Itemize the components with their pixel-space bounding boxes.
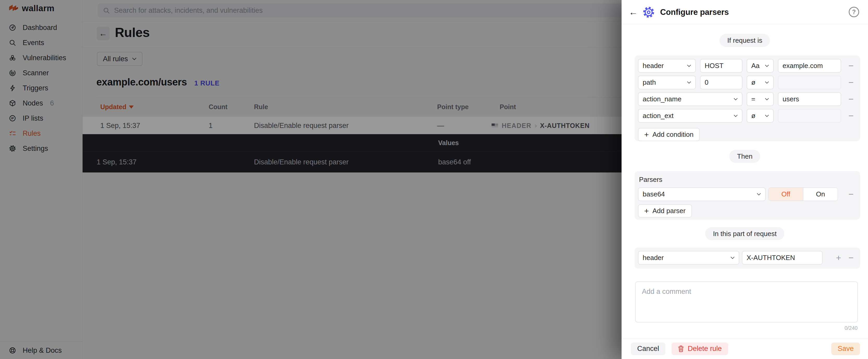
chevron-down-icon (765, 115, 769, 117)
panel-footer: Cancel Delete rule Save (622, 338, 868, 359)
condition-row: action_ext ø − (638, 109, 857, 123)
condition-operator-dropdown[interactable]: Aa (747, 59, 774, 73)
help-icon[interactable]: ? (849, 7, 859, 17)
parsers-label: Parsers (639, 176, 857, 184)
modal-dim-overlay[interactable] (0, 0, 622, 359)
request-part-row: header + − (638, 251, 857, 265)
trash-icon (678, 346, 684, 352)
section-label-then: Then (729, 150, 760, 163)
remove-condition-icon[interactable]: − (845, 109, 857, 123)
chevron-down-icon (757, 193, 761, 196)
parser-dropdown[interactable]: base64 (638, 187, 766, 201)
delete-rule-button[interactable]: Delete rule (672, 342, 728, 355)
cancel-button[interactable]: Cancel (631, 342, 665, 355)
condition-value-input-disabled (778, 109, 841, 123)
condition-field-dropdown[interactable]: action_ext (638, 109, 742, 123)
back-arrow-icon: ← (629, 7, 638, 17)
chevron-down-icon (687, 81, 691, 84)
condition-operator-dropdown[interactable]: ø (747, 76, 774, 89)
plus-icon: + (644, 207, 649, 215)
remove-parser-icon[interactable]: − (845, 187, 857, 201)
condition-value-input-disabled (778, 76, 841, 89)
condition-row: action_name = − (638, 92, 857, 106)
condition-value-input[interactable] (778, 59, 841, 73)
request-part-actions: + − (833, 251, 857, 265)
condition-param-input[interactable] (700, 76, 742, 89)
condition-field-dropdown[interactable]: action_name (638, 92, 742, 106)
comment-char-counter: 0/240 (844, 325, 858, 331)
chevron-down-icon (734, 115, 738, 117)
toggle-on-option[interactable]: On (803, 188, 838, 201)
panel-header: ← Configure parsers ? (622, 0, 868, 24)
chevron-down-icon (687, 65, 691, 67)
question-mark-glyph: ? (852, 9, 856, 16)
condition-value-input[interactable] (778, 92, 841, 106)
add-condition-button[interactable]: + Add condition (638, 128, 700, 141)
condition-operator-dropdown[interactable]: = (747, 92, 774, 106)
condition-row: path ø − (638, 76, 857, 89)
section-label-if-request-is: If request is (719, 34, 770, 47)
section-label-in-this-part: In this part of request (705, 227, 784, 240)
chevron-down-icon (734, 98, 738, 100)
condition-field-dropdown[interactable]: header (638, 59, 696, 73)
remove-condition-icon[interactable]: − (845, 76, 857, 89)
plus-icon: + (644, 130, 649, 139)
configure-parsers-panel: ← Configure parsers ? If request is head… (622, 0, 868, 359)
toggle-off-option[interactable]: Off (769, 188, 803, 201)
request-part-value-input[interactable] (742, 251, 823, 265)
remove-condition-icon[interactable]: − (845, 59, 857, 73)
chevron-down-icon (765, 81, 769, 84)
condition-param-input[interactable] (700, 59, 742, 73)
wallarm-app: wallarm Dashboard Events (0, 0, 868, 359)
save-button[interactable]: Save (831, 342, 860, 355)
parsers-container: Parsers base64 Off On − + Add parser (634, 171, 860, 220)
condition-field-dropdown[interactable]: path (638, 76, 696, 89)
chevron-down-icon (765, 98, 769, 100)
add-part-icon[interactable]: + (833, 251, 844, 265)
remove-part-icon[interactable]: − (845, 251, 857, 265)
panel-back-button[interactable]: ← (629, 0, 638, 24)
request-part-container: header + − (634, 247, 860, 269)
parsers-gear-icon (642, 6, 655, 19)
panel-title: Configure parsers (660, 0, 729, 24)
remove-condition-icon[interactable]: − (845, 92, 857, 106)
condition-row: header Aa − (638, 59, 857, 73)
comment-textarea[interactable] (635, 281, 858, 323)
parser-row: base64 Off On − (638, 187, 857, 201)
chevron-down-icon (765, 65, 769, 67)
add-parser-button[interactable]: + Add parser (638, 204, 692, 217)
request-part-dropdown[interactable]: header (638, 251, 739, 265)
conditions-container: header Aa − path ø (634, 56, 860, 141)
parser-state-toggle: Off On (768, 187, 838, 201)
chevron-down-icon (731, 257, 735, 259)
condition-operator-dropdown[interactable]: ø (747, 109, 774, 123)
